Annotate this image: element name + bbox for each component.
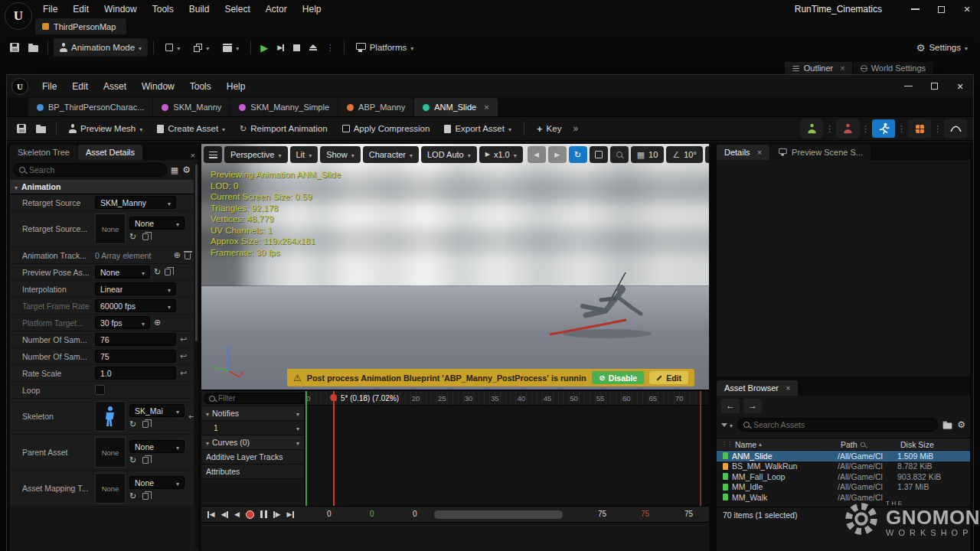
- curve-editor-button[interactable]: [944, 119, 967, 138]
- focus-button[interactable]: [610, 146, 629, 163]
- tab-asset-browser[interactable]: Asset Browser ×: [717, 380, 798, 396]
- blueprints-dropdown[interactable]: [188, 38, 215, 57]
- animation-mode-button[interactable]: [872, 119, 895, 138]
- asset-row[interactable]: MM_Walk /All/Game/Cl: [717, 492, 970, 503]
- editor-mode-dropdown[interactable]: Animation Mode: [54, 38, 148, 57]
- settings-dropdown[interactable]: ⚙ Settings: [910, 38, 974, 57]
- settings-icon[interactable]: ⚙: [182, 165, 191, 174]
- playhead-knob[interactable]: [330, 394, 337, 401]
- step-forward-button[interactable]: ▶: [271, 507, 283, 522]
- asset-thumbnail[interactable]: None: [95, 214, 126, 244]
- save-search-icon[interactable]: [943, 422, 952, 429]
- close-icon[interactable]: ×: [757, 148, 762, 157]
- export-asset-dropdown[interactable]: Export Asset: [438, 119, 518, 138]
- skeleton-dropdown[interactable]: SK_Mai: [129, 404, 185, 417]
- track-attributes[interactable]: Attributes: [201, 465, 304, 479]
- search-box[interactable]: [13, 163, 167, 177]
- asset-mapping-thumbnail[interactable]: None: [95, 473, 126, 504]
- viewport-icon-button-1[interactable]: ◀: [528, 146, 546, 163]
- browse-to-icon[interactable]: [165, 269, 171, 276]
- asset-row[interactable]: BS_MM_WalkRun /All/Game/Cl 8.782 KiB: [717, 461, 970, 472]
- minimize-button[interactable]: [895, 86, 921, 87]
- platforms-dropdown[interactable]: Platforms: [350, 38, 420, 57]
- blueprint-mode-button[interactable]: [908, 119, 931, 138]
- asset-search-box[interactable]: [737, 418, 938, 432]
- frame-rate-dropdown[interactable]: 60000 fps: [95, 299, 176, 312]
- mode-options-icon[interactable]: [861, 124, 870, 134]
- character-dropdown[interactable]: Character: [363, 146, 419, 163]
- column-disk-size[interactable]: Disk Size: [900, 440, 970, 449]
- browse-content-button[interactable]: [24, 38, 42, 57]
- close-icon[interactable]: ×: [191, 151, 195, 160]
- reset-icon[interactable]: ↩: [180, 369, 187, 377]
- scrollbar[interactable]: [194, 162, 198, 548]
- viewport-menu-button[interactable]: [204, 146, 222, 163]
- track-options-icon[interactable]: [296, 438, 299, 447]
- menu-item[interactable]: Tools: [182, 81, 219, 92]
- reset-icon[interactable]: ↩: [180, 335, 187, 344]
- menu-item[interactable]: Build: [181, 4, 217, 15]
- to-end-button[interactable]: ▶: [284, 507, 296, 522]
- filter-dropdown[interactable]: [721, 420, 733, 429]
- retarget-mode-button[interactable]: [836, 119, 859, 138]
- playback-speed-dropdown[interactable]: ▶x1.0: [479, 146, 523, 163]
- grid-snap-toggle[interactable]: ▦10: [631, 146, 665, 163]
- add-element-icon[interactable]: ⊕: [174, 251, 181, 259]
- asset-row[interactable]: MM_Fall_Loop /All/Game/Cl 903.832 KiB: [717, 471, 970, 482]
- view-mode-dropdown[interactable]: Lit: [290, 146, 318, 163]
- mode-options-icon[interactable]: [825, 124, 834, 134]
- tab-abp-manny[interactable]: ABP_Manny: [338, 98, 413, 116]
- menu-item[interactable]: Window: [134, 81, 182, 92]
- step-backward-button[interactable]: ◀: [219, 507, 231, 522]
- add-actor-dropdown[interactable]: [159, 38, 186, 57]
- track-options-icon[interactable]: [296, 423, 299, 432]
- menu-item[interactable]: Help: [219, 81, 253, 92]
- close-icon[interactable]: ×: [840, 64, 844, 73]
- reset-icon[interactable]: ↩: [188, 412, 194, 421]
- tab-anm-slide[interactable]: ANM_Slide ×: [414, 98, 497, 116]
- tab-skm-manny-simple[interactable]: SKM_Manny_Simple: [230, 98, 338, 116]
- maximize-button[interactable]: [928, 6, 954, 13]
- viewport-icon-button-3[interactable]: ↻: [569, 146, 587, 163]
- reimport-animation-button[interactable]: ↻Reimport Animation: [234, 119, 334, 138]
- column-view-icon[interactable]: ▦: [171, 166, 178, 174]
- browse-to-icon[interactable]: [142, 493, 149, 500]
- menu-item[interactable]: File: [34, 81, 64, 92]
- tab-outliner[interactable]: Outliner ×: [785, 62, 852, 74]
- tab-asset-details[interactable]: Asset Details: [78, 145, 142, 160]
- retarget-source-dropdown[interactable]: SKM_Manny: [95, 196, 176, 209]
- track-additive-layers[interactable]: Additive Layer Tracks: [201, 450, 304, 465]
- asset-browser-settings-icon[interactable]: ⚙: [957, 420, 965, 429]
- track-curves[interactable]: Curves (0): [201, 435, 304, 450]
- viewport-icon-button-4[interactable]: [590, 146, 608, 163]
- save-button[interactable]: [6, 38, 23, 57]
- save-button[interactable]: [13, 119, 30, 138]
- tab-skeleton-tree[interactable]: Skeleton Tree: [10, 145, 77, 160]
- menu-item[interactable]: File: [35, 4, 65, 15]
- track-options-icon[interactable]: [296, 409, 299, 418]
- preview-mesh-dropdown[interactable]: Preview Mesh: [63, 119, 149, 138]
- menu-item[interactable]: Edit: [64, 81, 96, 92]
- show-dropdown[interactable]: Show: [320, 146, 361, 163]
- close-icon[interactable]: ×: [484, 103, 488, 112]
- search-input[interactable]: [29, 165, 161, 174]
- section-animation[interactable]: Animation: [10, 180, 194, 194]
- play-reverse-button[interactable]: ◀: [232, 507, 242, 522]
- use-selected-icon[interactable]: ↻: [154, 268, 161, 276]
- use-selected-icon[interactable]: ↻: [129, 456, 136, 465]
- use-selected-icon[interactable]: ↻: [129, 233, 136, 241]
- add-key-button[interactable]: +Key: [531, 119, 567, 138]
- track-notifies[interactable]: Notifies: [201, 406, 304, 421]
- loop-checkbox[interactable]: [95, 385, 105, 395]
- create-asset-dropdown[interactable]: Create Asset: [151, 119, 231, 138]
- rate-scale-input[interactable]: [95, 367, 176, 380]
- menu-item[interactable]: Actor: [258, 4, 295, 15]
- record-button[interactable]: [243, 507, 256, 522]
- use-selected-icon[interactable]: ↻: [129, 492, 136, 500]
- menu-item[interactable]: Help: [295, 4, 329, 15]
- toolbar-overflow-icon[interactable]: »: [570, 123, 581, 134]
- maximize-button[interactable]: [921, 83, 947, 90]
- tab-details[interactable]: Details ×: [717, 145, 769, 160]
- retarget-asset-dropdown[interactable]: None: [129, 217, 185, 230]
- frame-skip-button[interactable]: ▶: [273, 38, 288, 57]
